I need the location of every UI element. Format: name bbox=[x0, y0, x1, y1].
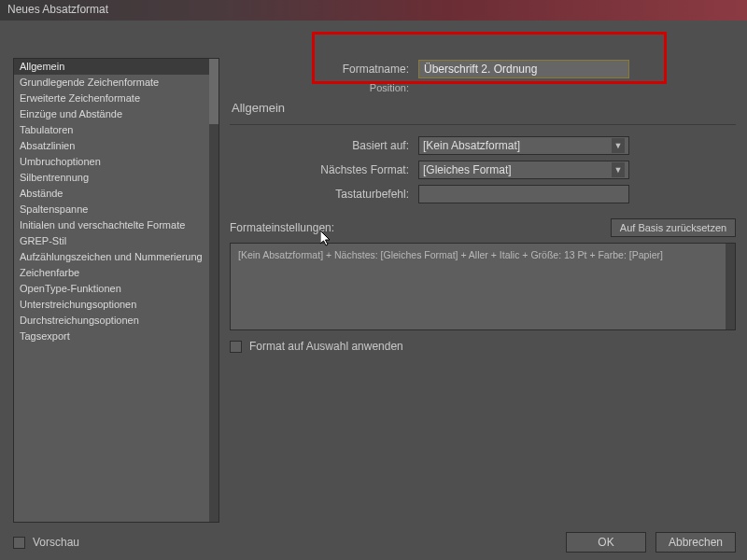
reset-button[interactable]: Auf Basis zurücksetzen bbox=[611, 218, 736, 237]
sidebar-item[interactable]: Tagsexport bbox=[14, 329, 210, 344]
sidebar-item[interactable]: Grundlegende Zeichenformate bbox=[14, 75, 210, 91]
sidebar-item[interactable]: Spaltenspanne bbox=[14, 202, 210, 217]
basiert-label: Basiert auf: bbox=[230, 139, 418, 152]
apply-label: Format auf Auswahl anwenden bbox=[249, 340, 403, 353]
basiert-dropdown[interactable]: [Kein Absatzformat] ▼ bbox=[418, 136, 629, 155]
sidebar-item[interactable]: Erweiterte Zeichenformate bbox=[14, 91, 210, 106]
naechstes-label: Nächstes Format: bbox=[230, 163, 418, 176]
window-titlebar: Neues Absatzformat bbox=[0, 0, 747, 21]
sidebar-scrollbar[interactable] bbox=[209, 59, 218, 522]
sidebar-item[interactable]: Durchstreichungsoptionen bbox=[14, 313, 210, 329]
sidebar-item[interactable]: Zeichenfarbe bbox=[14, 265, 210, 281]
sidebar-item[interactable]: Einzüge und Abstände bbox=[14, 106, 210, 122]
formatname-label: Formatname: bbox=[230, 63, 418, 76]
sidebar-item[interactable]: Aufzählungszeichen und Nummerierung bbox=[14, 249, 210, 265]
sidebar-item[interactable]: Allgemein bbox=[14, 59, 210, 75]
category-list[interactable]: AllgemeinGrundlegende ZeichenformateErwe… bbox=[14, 59, 210, 522]
naechstes-value: [Gleiches Format] bbox=[423, 163, 512, 176]
category-sidebar: AllgemeinGrundlegende ZeichenformateErwe… bbox=[13, 58, 219, 523]
tastatur-label: Tastaturbefehl: bbox=[230, 188, 418, 201]
apply-checkbox[interactable] bbox=[230, 341, 242, 353]
sidebar-item[interactable]: Absatzlinien bbox=[14, 138, 210, 154]
section-heading: Allgemein bbox=[232, 101, 736, 115]
dialog-body: AllgemeinGrundlegende ZeichenformateErwe… bbox=[0, 21, 747, 560]
tastatur-input[interactable] bbox=[418, 185, 629, 203]
divider bbox=[230, 124, 736, 125]
settings-label: Formateinstellungen: bbox=[230, 221, 334, 234]
sidebar-item[interactable]: Abstände bbox=[14, 186, 210, 202]
sidebar-item[interactable]: Umbruchoptionen bbox=[14, 154, 210, 170]
cancel-button[interactable]: Abbrechen bbox=[655, 532, 736, 553]
sidebar-item[interactable]: Silbentrennung bbox=[14, 170, 210, 186]
sidebar-item[interactable]: Unterstreichungsoptionen bbox=[14, 297, 210, 313]
summary-text: [Kein Absatzformat] + Nächstes: [Gleiche… bbox=[238, 249, 663, 260]
position-label: Position: bbox=[230, 82, 418, 93]
naechstes-dropdown[interactable]: [Gleiches Format] ▼ bbox=[418, 161, 629, 179]
chevron-down-icon: ▼ bbox=[612, 138, 625, 153]
settings-summary: [Kein Absatzformat] + Nächstes: [Gleiche… bbox=[230, 243, 736, 330]
main-panel: Formatname: Position: Allgemein Basiert … bbox=[230, 58, 736, 523]
sidebar-scroll-thumb[interactable] bbox=[209, 59, 218, 124]
sidebar-item[interactable]: Initialen und verschachtelte Formate bbox=[14, 217, 210, 233]
sidebar-item[interactable]: GREP-Stil bbox=[14, 233, 210, 249]
preview-label: Vorschau bbox=[33, 536, 79, 549]
basiert-value: [Kein Absatzformat] bbox=[423, 139, 520, 152]
formatname-input[interactable] bbox=[418, 60, 629, 78]
summary-scrollbar[interactable] bbox=[726, 244, 735, 329]
preview-checkbox[interactable] bbox=[13, 537, 25, 549]
ok-button[interactable]: OK bbox=[566, 532, 646, 553]
sidebar-item[interactable]: OpenType-Funktionen bbox=[14, 281, 210, 297]
chevron-down-icon: ▼ bbox=[612, 162, 625, 177]
window-title: Neues Absatzformat bbox=[7, 3, 108, 16]
sidebar-item[interactable]: Tabulatoren bbox=[14, 122, 210, 138]
dialog-footer: Vorschau OK Abbrechen bbox=[13, 532, 736, 553]
